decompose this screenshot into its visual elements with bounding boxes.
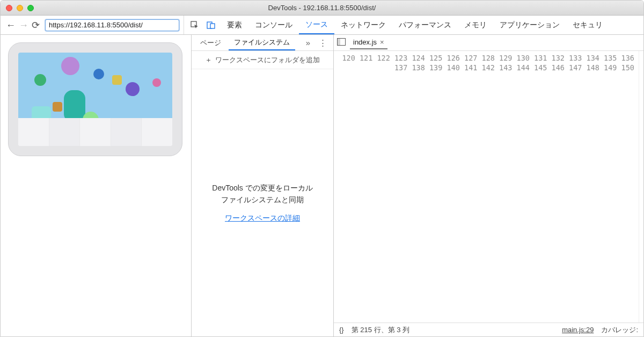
statusbar-link[interactable]: main.js:29 (562, 326, 594, 334)
window-controls (6, 5, 34, 11)
workspace-link-row: ワークスペースの詳細 (192, 214, 333, 223)
titlebar: DevTools - 192.168.11.8:5500/dist/ (1, 1, 643, 16)
window-title: DevTools - 192.168.11.8:5500/dist/ (1, 4, 643, 12)
reload-button[interactable]: ⟳ (32, 20, 40, 30)
add-folder-button[interactable]: ＋ ワークスペースにフォルダを追加 (192, 51, 333, 69)
gutter: 120 121 122 123 124 125 126 127 128 129 … (334, 51, 639, 323)
cursor-position: 第 215 行、第 3 列 (352, 325, 409, 335)
preview-pane (1, 35, 192, 336)
tab-memory[interactable]: メモリ (458, 16, 493, 34)
files-tabs-menu-icon[interactable]: ⋮ (316, 38, 330, 48)
device-toggle-icon[interactable] (204, 21, 217, 30)
workspace-message-line1: DevTools での変更をローカル (201, 182, 324, 194)
tab-console[interactable]: コンソール (248, 16, 299, 34)
close-window-button[interactable] (6, 5, 12, 11)
file-tab[interactable]: index.js × (350, 36, 387, 49)
back-button[interactable]: ← (6, 20, 16, 30)
nav-buttons: ← → ⟳ (6, 20, 40, 30)
tab-network[interactable]: ネットワーク (334, 16, 392, 34)
files-pane: ページ ファイルシステム » ⋮ ＋ ワークスペースにフォルダを追加 DevTo… (192, 35, 334, 336)
code-pane: index.js × 120 121 122 123 124 125 126 1… (334, 35, 643, 336)
statusbar: {} 第 215 行、第 3 列 main.js:29 カバレッジ: (334, 323, 643, 336)
tab-sources[interactable]: ソース (299, 16, 334, 34)
minimize-window-button[interactable] (17, 5, 23, 11)
tab-security[interactable]: セキュリ (566, 16, 609, 34)
forward-button[interactable]: → (19, 20, 28, 30)
files-tab-page[interactable]: ページ (195, 36, 226, 50)
device-frame (8, 42, 182, 156)
close-icon[interactable]: × (380, 38, 384, 46)
coverage-label: カバレッジ: (601, 325, 638, 335)
url-input[interactable] (45, 19, 179, 31)
toggle-navigator-icon[interactable] (337, 38, 346, 47)
code-content: // コントローラモデルの追加 const controllerGrip = r… (639, 51, 643, 323)
files-tabs-more[interactable]: » (303, 38, 313, 47)
plus-icon: ＋ (205, 55, 212, 65)
braces-icon[interactable]: {} (339, 326, 344, 334)
file-tab-name: index.js (353, 38, 377, 46)
files-tabs: ページ ファイルシステム » ⋮ (192, 35, 333, 51)
file-tabbar: index.js × (334, 35, 643, 51)
tab-application[interactable]: アプリケーション (493, 16, 566, 34)
workspace-message: DevTools での変更をローカル ファイルシステムと同期 (192, 182, 333, 206)
preview-screen (18, 53, 172, 146)
files-tab-filesystem[interactable]: ファイルシステム (229, 35, 295, 50)
devtools-tabs: 要素 コンソール ソース ネットワーク パフォーマンス メモリ アプリケーション… (184, 16, 643, 34)
body: ページ ファイルシステム » ⋮ ＋ ワークスペースにフォルダを追加 DevTo… (1, 35, 643, 336)
workspace-message-line2: ファイルシステムと同期 (201, 194, 324, 206)
maximize-window-button[interactable] (27, 5, 34, 11)
workspace-link[interactable]: ワークスペースの詳細 (225, 214, 300, 222)
tab-performance[interactable]: パフォーマンス (392, 16, 458, 34)
svg-rect-4 (338, 39, 340, 46)
tab-elements[interactable]: 要素 (221, 16, 248, 34)
code-editor[interactable]: 120 121 122 123 124 125 126 127 128 129 … (334, 51, 643, 323)
svg-rect-2 (210, 24, 215, 28)
window: DevTools - 192.168.11.8:5500/dist/ ← → ⟳… (0, 0, 644, 337)
add-folder-label: ワークスペースにフォルダを追加 (215, 55, 320, 65)
inspect-icon[interactable] (188, 21, 201, 30)
toolbar: ← → ⟳ 要素 コンソール ソース ネットワーク パフォーマンス メモリ アプ… (1, 16, 643, 35)
